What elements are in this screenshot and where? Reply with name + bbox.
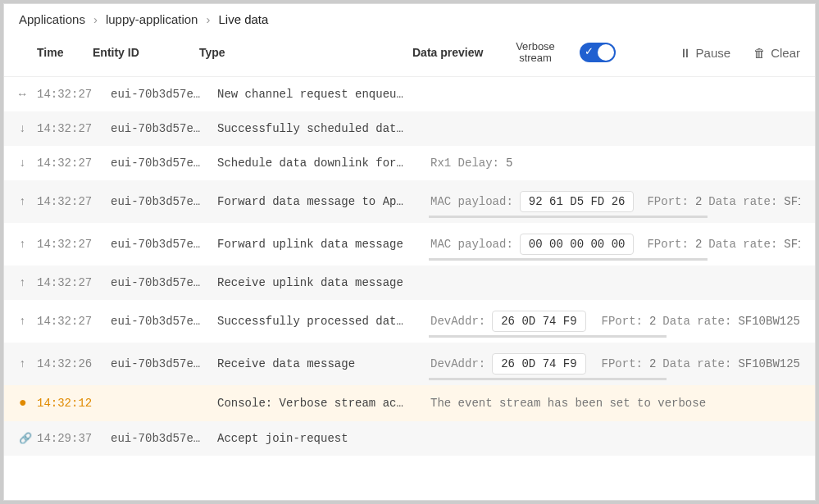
- event-entity: eui-70b3d57e…: [111, 238, 217, 251]
- event-time: 14:32:27: [37, 315, 111, 328]
- breadcrumb-root[interactable]: Applications: [19, 12, 85, 26]
- data-rate-value: SF10BW125: [738, 315, 800, 328]
- underline: [429, 335, 667, 338]
- event-row[interactable]: 14:32:27 eui-70b3d57e… Successfully sche…: [4, 111, 815, 146]
- arrow-down-icon: [19, 157, 37, 170]
- underline: [429, 258, 708, 261]
- event-type: Accept join-request: [217, 432, 430, 445]
- event-entity: eui-70b3d57e…: [111, 88, 217, 101]
- event-type: Forward data message to Ap…: [217, 195, 430, 208]
- event-type: Receive uplink data message: [217, 276, 430, 289]
- event-rows: 14:32:27 eui-70b3d57e… New channel reque…: [4, 77, 815, 456]
- event-time: 14:32:27: [37, 276, 111, 289]
- event-row[interactable]: 14:32:27 eui-70b3d57e… Forward uplink da…: [4, 223, 815, 266]
- event-type: Console: Verbose stream ac…: [217, 397, 430, 410]
- fport-value: 2: [695, 238, 702, 251]
- event-time: 14:32:26: [37, 357, 111, 370]
- verbose-l2: stream: [494, 52, 576, 64]
- event-entity: eui-70b3d57e…: [111, 276, 217, 289]
- arrow-up-icon: [19, 315, 37, 328]
- arrow-up-icon: [19, 195, 37, 208]
- arrow-up-icon: [19, 357, 37, 370]
- fport-value: 2: [649, 357, 656, 370]
- devaddr-label: DevAddr:: [430, 357, 485, 370]
- column-headers: Time Entity ID Type Data preview Verbose…: [4, 33, 815, 77]
- data-rate-label: Data rate:: [708, 195, 777, 208]
- event-note: The event stream has been set to verbose: [430, 397, 706, 410]
- event-time: 14:29:37: [37, 432, 111, 445]
- devaddr-label: DevAddr:: [430, 315, 485, 328]
- pause-icon: [679, 46, 691, 60]
- mac-payload-label: MAC payload:: [430, 238, 513, 251]
- fport-label: FPort:: [602, 357, 643, 370]
- underline: [429, 216, 708, 218]
- col-preview: Data preview: [412, 46, 494, 59]
- breadcrumb-sep-icon: ›: [93, 12, 98, 26]
- event-entity: eui-70b3d57e…: [111, 315, 217, 328]
- devaddr-value: 26 0D 74 F9: [492, 311, 585, 332]
- link-icon: [19, 432, 37, 445]
- check-icon: ✓: [585, 45, 594, 57]
- event-entity: eui-70b3d57e…: [111, 195, 217, 208]
- arrow-up-icon: [19, 238, 37, 251]
- event-entity: eui-70b3d57e…: [111, 122, 217, 135]
- fport-label: FPort:: [647, 238, 688, 251]
- col-time: Time: [19, 46, 93, 59]
- event-type: Receive data message: [217, 357, 430, 370]
- col-entity: Entity ID: [93, 46, 199, 59]
- mac-payload-value: 92 61 D5 FD 26: [520, 191, 635, 212]
- data-rate-value: SF1: [784, 238, 800, 251]
- toggle-knob: [598, 44, 614, 61]
- event-time: 14:32:27: [37, 88, 111, 101]
- event-type: Schedule data downlink for…: [217, 157, 430, 170]
- event-row[interactable]: 14:32:27 eui-70b3d57e… Receive uplink da…: [4, 266, 815, 300]
- breadcrumb: Applications › luppy-application › Live …: [4, 4, 815, 33]
- underline: [429, 378, 667, 380]
- event-time: 14:32:12: [37, 397, 111, 410]
- event-row[interactable]: 14:32:26 eui-70b3d57e… Receive data mess…: [4, 343, 815, 385]
- fport-label: FPort:: [602, 315, 643, 328]
- event-type: New channel request enqueu…: [217, 88, 430, 101]
- clear-button[interactable]: Clear: [753, 46, 800, 60]
- fport-value: 2: [695, 195, 702, 208]
- rx1-delay-label: Rx1 Delay:: [430, 157, 499, 170]
- event-row[interactable]: 14:29:37 eui-70b3d57e… Accept join-reque…: [4, 421, 815, 456]
- arrow-down-icon: [19, 122, 37, 135]
- pause-button[interactable]: Pause: [679, 46, 731, 60]
- data-rate-label: Data rate:: [708, 238, 777, 251]
- event-type: Successfully scheduled dat…: [217, 122, 430, 135]
- col-type: Type: [199, 46, 412, 59]
- breadcrumb-app[interactable]: luppy-application: [106, 12, 198, 26]
- fport-value: 2: [649, 315, 656, 328]
- data-rate-label: Data rate:: [662, 357, 731, 370]
- data-rate-label: Data rate:: [662, 315, 731, 328]
- info-icon: [19, 396, 37, 411]
- event-type: Forward uplink data message: [217, 238, 430, 251]
- event-row[interactable]: 14:32:27 eui-70b3d57e… Forward data mess…: [4, 180, 815, 223]
- live-data-panel: Applications › luppy-application › Live …: [3, 3, 816, 501]
- data-rate-value: SF10BW125: [738, 357, 800, 370]
- event-row[interactable]: 14:32:27 eui-70b3d57e… Successfully proc…: [4, 300, 815, 343]
- breadcrumb-page: Live data: [218, 12, 268, 26]
- event-row[interactable]: 14:32:27 eui-70b3d57e… Schedule data dow…: [4, 146, 815, 180]
- bidir-icon: [19, 88, 37, 101]
- data-rate-value: SF1: [784, 195, 800, 208]
- event-entity: eui-70b3d57e…: [111, 157, 217, 170]
- breadcrumb-sep-icon: ›: [206, 12, 210, 26]
- mac-payload-value: 00 00 00 00 00: [520, 234, 635, 255]
- devaddr-value: 26 0D 74 F9: [492, 353, 585, 375]
- event-time: 14:32:27: [37, 157, 111, 170]
- verbose-stream-label: Verbose stream: [494, 41, 576, 65]
- event-row[interactable]: 14:32:27 eui-70b3d57e… New channel reque…: [4, 77, 815, 111]
- trash-icon: [753, 46, 766, 60]
- event-time: 14:32:27: [37, 238, 111, 251]
- verbose-l1: Verbose: [494, 41, 576, 52]
- event-entity: eui-70b3d57e…: [111, 432, 217, 445]
- mac-payload-label: MAC payload:: [430, 195, 513, 208]
- event-time: 14:32:27: [37, 195, 111, 208]
- verbose-stream-toggle[interactable]: ✓: [580, 43, 616, 62]
- event-row[interactable]: 14:32:12 Console: Verbose stream ac… The…: [4, 385, 815, 421]
- pause-label: Pause: [696, 46, 731, 60]
- clear-label: Clear: [771, 46, 800, 60]
- fport-label: FPort:: [647, 195, 688, 208]
